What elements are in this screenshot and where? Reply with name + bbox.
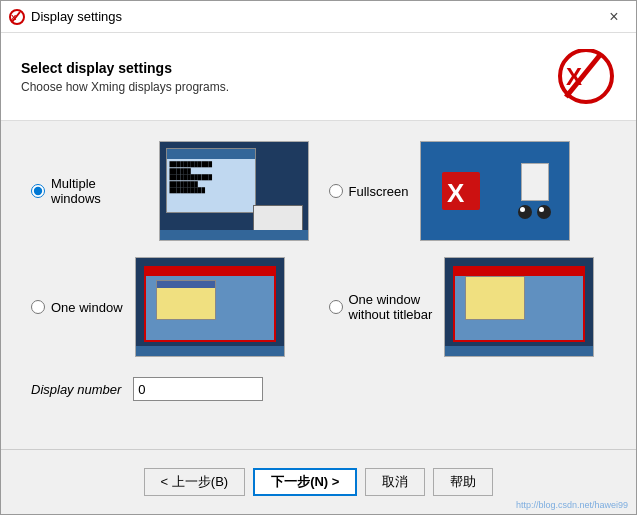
preview-window-1: ████████████ ██████ ████████████ ███████… <box>166 148 256 213</box>
xming-logo: X <box>556 49 616 104</box>
one-window-notitle-radio-row: One window without titlebar <box>329 292 433 322</box>
one-window-notitle-label-group: One window without titlebar <box>329 292 433 322</box>
title-bar: X Display settings × <box>1 1 636 33</box>
display-number-row: Display number <box>31 377 606 401</box>
svg-text:X: X <box>11 13 17 22</box>
one-window-label-group: One window <box>31 300 123 315</box>
eye-left <box>518 205 532 219</box>
svg-text:X: X <box>566 63 582 90</box>
option-one-window-notitle: One window without titlebar <box>329 257 607 357</box>
multiple-windows-label-group: Multiple windows <box>31 176 147 206</box>
fullscreen-white-box <box>521 163 549 201</box>
option-one-window: One window <box>31 257 309 357</box>
app-icon: X <box>9 9 25 25</box>
preview-inner-win-bar <box>157 281 215 288</box>
one-window-notitle-radio[interactable] <box>329 300 343 314</box>
one-window-label[interactable]: One window <box>51 300 123 315</box>
header-section: Select display settings Choose how Xming… <box>1 33 636 121</box>
preview-outer-win-bar <box>146 268 274 276</box>
close-button[interactable]: × <box>600 3 628 31</box>
main-content: Multiple windows ████████████ ██████ ███… <box>1 121 636 449</box>
preview-notitle-taskbar <box>445 346 593 356</box>
header-text: Select display settings Choose how Xming… <box>21 60 229 94</box>
multiple-windows-label[interactable]: Multiple windows <box>51 176 147 206</box>
watermark: http://blog.csdn.net/hawei99 <box>516 500 628 510</box>
cancel-button[interactable]: 取消 <box>365 468 425 496</box>
next-button[interactable]: 下一步(N) > <box>253 468 357 496</box>
header-title: Select display settings <box>21 60 229 76</box>
preview-taskbar <box>160 230 308 240</box>
one-window-radio[interactable] <box>31 300 45 314</box>
preview-notitle-outer-win-bar <box>455 268 583 276</box>
eye-right <box>537 205 551 219</box>
fullscreen-radio-row: Fullscreen <box>329 184 409 199</box>
window-title: Display settings <box>31 9 600 24</box>
preview-notitle-inner-win <box>465 276 525 320</box>
fullscreen-label-group: Fullscreen <box>329 184 409 199</box>
preview-inner-win <box>156 280 216 320</box>
multiple-windows-radio-row: Multiple windows <box>31 176 147 206</box>
option-fullscreen: Fullscreen X <box>329 141 607 241</box>
fullscreen-x-icon: X <box>440 170 482 212</box>
one-window-radio-row: One window <box>31 300 123 315</box>
multiple-windows-radio[interactable] <box>31 184 45 198</box>
display-number-label: Display number <box>31 382 121 397</box>
svg-text:X: X <box>447 178 465 208</box>
header-subtitle: Choose how Xming displays programs. <box>21 80 229 94</box>
option-multiple-windows: Multiple windows ████████████ ██████ ███… <box>31 141 309 241</box>
fullscreen-preview[interactable]: X <box>420 141 570 241</box>
help-button[interactable]: 帮助 <box>433 468 493 496</box>
multiple-windows-preview[interactable]: ████████████ ██████ ████████████ ███████… <box>159 141 309 241</box>
one-window-notitle-label: One window without titlebar <box>349 292 433 322</box>
display-number-input[interactable] <box>133 377 263 401</box>
one-window-preview[interactable] <box>135 257 285 357</box>
fullscreen-radio[interactable] <box>329 184 343 198</box>
fullscreen-label[interactable]: Fullscreen <box>349 184 409 199</box>
display-settings-window: X Display settings × Select display sett… <box>0 0 637 515</box>
preview-window-1-bar <box>167 149 255 159</box>
footer: < 上一步(B) 下一步(N) > 取消 帮助 http://blog.csdn… <box>1 449 636 514</box>
back-button[interactable]: < 上一步(B) <box>144 468 246 496</box>
one-window-notitle-preview[interactable] <box>444 257 594 357</box>
preview-onewin-taskbar <box>136 346 284 356</box>
options-grid: Multiple windows ████████████ ██████ ███… <box>31 141 606 357</box>
preview-window-1-content: ████████████ ██████ ████████████ ███████… <box>167 159 255 196</box>
